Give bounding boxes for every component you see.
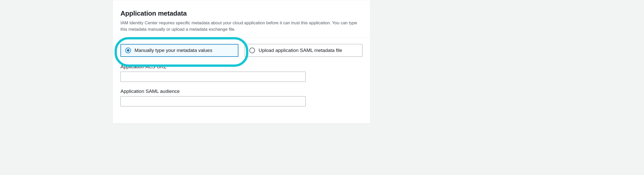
panel-title: Application metadata	[120, 9, 362, 17]
radio-icon	[249, 48, 255, 53]
saml-audience-field-group: Application SAML audience	[120, 89, 362, 106]
metadata-panel: Application metadata IAM Identity Center…	[113, 0, 370, 124]
option-upload-metadata[interactable]: Upload application SAML metadata file	[245, 44, 362, 57]
page-root: Application metadata IAM Identity Center…	[0, 0, 644, 175]
acs-url-label: Application ACS URL	[120, 64, 362, 70]
acs-url-input[interactable]	[120, 72, 306, 82]
panel-body: Manually type your metadata values Uploa…	[113, 38, 370, 123]
panel-header: Application metadata IAM Identity Center…	[113, 0, 370, 38]
panel-description: IAM Identity Center requires specific me…	[120, 20, 362, 32]
saml-audience-input[interactable]	[120, 96, 306, 106]
radio-icon	[125, 48, 131, 53]
option-manual-label: Manually type your metadata values	[135, 48, 212, 53]
radio-dot-icon	[127, 49, 129, 52]
option-manual-metadata[interactable]: Manually type your metadata values	[120, 44, 238, 57]
acs-url-field-group: Application ACS URL	[120, 64, 362, 82]
metadata-mode-options: Manually type your metadata values Uploa…	[120, 44, 362, 57]
saml-audience-label: Application SAML audience	[120, 89, 362, 94]
option-upload-label: Upload application SAML metadata file	[259, 48, 342, 53]
